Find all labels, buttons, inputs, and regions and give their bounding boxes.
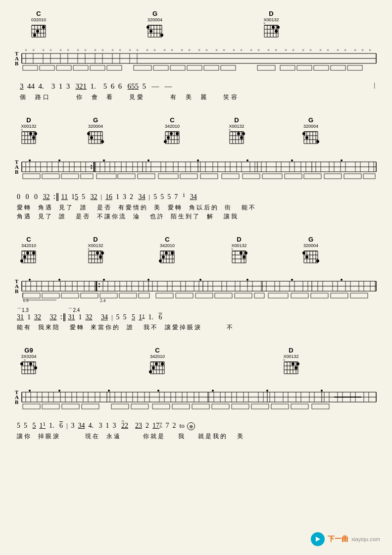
svg-rect-445 [254,293,264,298]
svg-text:×: × [198,48,200,52]
section-2: D X00132 × [15,116,377,221]
svg-text:×: × [94,48,97,52]
svg-rect-443 [215,293,232,298]
svg-rect-110 [153,65,168,70]
chord-G9-4: G9 3X0204 × [20,347,38,376]
page: C 032010 [0,0,392,555]
svg-point-490 [292,362,294,365]
svg-rect-573 [111,404,129,409]
svg-point-363 [58,279,60,281]
svg-text::: : [90,162,93,170]
svg-point-324 [159,259,162,262]
svg-rect-441 [176,293,193,298]
svg-point-186 [302,132,305,135]
lyrics-row-2a: 愛轉 角遇 見了 誰 是否 有愛情的 美 愛轉 角以后的 街 能不 [17,203,377,212]
svg-rect-279 [324,174,342,179]
svg-rect-267 [81,174,93,179]
chord-G-1: G 320004 [146,10,164,39]
svg-rect-433 [61,293,79,298]
svg-text:B: B [15,399,19,405]
svg-rect-581 [271,404,289,409]
chord-name-C: C [36,10,41,17]
svg-rect-115 [257,65,275,70]
svg-text:×: × [67,48,69,52]
svg-point-351 [302,252,305,254]
svg-point-198 [58,159,60,161]
svg-text:×: × [292,48,294,52]
svg-rect-117 [297,65,312,70]
chord-D-3: D X00132 × [87,236,104,265]
svg-text:×: × [171,48,173,52]
lyrics-row-1: 個 路口 你 會 看 見愛 有 美 麗 笑容 [20,93,377,101]
chord-D-3b: D X00132 × [230,236,248,265]
svg-point-147 [101,140,104,143]
svg-rect-579 [232,404,249,409]
svg-point-505 [212,390,214,392]
svg-rect-113 [204,65,219,70]
svg-rect-572 [82,404,99,409]
watermark-url: xiayiqu.com [351,536,380,542]
chord-G-2b: G 320004 [302,116,320,146]
svg-point-362 [29,279,31,281]
chord-diagram-G [146,22,164,39]
section-3: C 342010 [15,236,377,332]
watermark[interactable]: 下一曲 xiayiqu.com [311,532,380,546]
svg-rect-275 [243,174,260,179]
svg-rect-576 [172,404,190,409]
svg-rect-271 [158,174,178,179]
svg-text:×: × [354,48,356,52]
svg-rect-273 [200,174,218,179]
svg-point-175 [242,132,245,135]
svg-point-461 [20,362,23,365]
svg-point-501 [29,390,31,392]
svg-point-132 [29,132,32,135]
numbers-row-2: 0 0 0 32 :‖ 11 15 5 32 | 16 1 3 2 34 | 5… [17,190,377,203]
svg-rect-570 [42,404,59,409]
svg-point-311 [96,252,99,254]
svg-text:×: × [77,48,79,52]
svg-text:×: × [205,48,208,52]
svg-rect-107 [90,65,105,70]
svg-rect-119 [331,65,345,70]
svg-text:×: × [263,22,266,26]
svg-rect-569 [23,404,40,409]
svg-text:×: × [361,48,364,52]
svg-text:×: × [101,48,104,52]
svg-rect-270 [138,174,155,179]
svg-point-338 [240,252,243,254]
svg-text:×: × [229,129,231,132]
svg-text:×: × [25,48,27,52]
next-song-label[interactable]: 下一曲 [328,535,348,544]
svg-point-352 [305,255,308,258]
svg-point-463 [29,362,32,365]
svg-rect-264 [23,174,40,179]
svg-text:×: × [344,48,346,52]
svg-text:×: × [233,48,235,52]
svg-text:×: × [319,48,322,52]
svg-point-187 [305,136,308,139]
chord-C-2: C 342010 [163,116,181,146]
svg-point-369 [341,279,343,281]
svg-rect-269 [118,174,135,179]
svg-point-491 [294,366,297,369]
svg-point-507 [321,390,323,392]
svg-point-199 [103,159,105,161]
svg-point-365 [147,279,149,281]
svg-rect-108 [107,65,122,70]
svg-point-158 [164,140,167,143]
svg-text:×: × [223,48,225,52]
svg-text:×: × [146,48,148,52]
svg-point-11 [36,30,39,33]
svg-rect-444 [235,293,252,298]
svg-rect-111 [170,65,185,70]
svg-point-298 [26,252,29,254]
svg-point-327 [171,252,174,254]
svg-point-478 [161,362,164,365]
svg-point-368 [291,279,293,281]
chord-C-3b: C 342010 [158,236,176,265]
svg-point-464 [34,366,37,369]
play-button[interactable] [311,532,325,546]
tab-staff-4: T A B [15,383,377,417]
svg-text:×: × [136,48,139,52]
svg-point-133 [32,136,35,139]
